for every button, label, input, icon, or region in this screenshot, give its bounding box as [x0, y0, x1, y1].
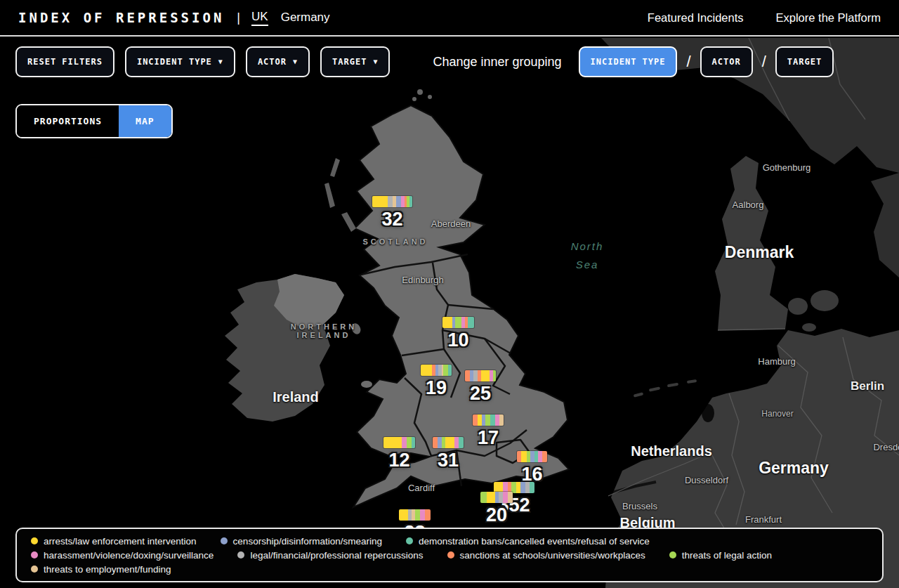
legend-row: threats to employment/funding — [31, 564, 868, 575]
segment-sanctions — [425, 509, 431, 521]
segment-harassment — [503, 492, 508, 503]
legend-label-legal: legal/financial/professional repercussio… — [250, 550, 423, 561]
segment-harassment — [420, 509, 425, 521]
country-tab-uk[interactable]: UK — [251, 10, 268, 26]
segment-legal_action — [480, 492, 487, 503]
legend-label-demonstration: demonstration bans/cancelled events/refu… — [419, 536, 650, 547]
grouping-option-actor[interactable]: ACTOR — [700, 46, 753, 77]
incident-type-legend: arrests/law enforcement interventioncens… — [15, 528, 884, 582]
legend-dot-demonstration — [406, 537, 413, 544]
caret-down-icon: ▼ — [218, 58, 223, 65]
grouping-options: INCIDENT TYPE/ACTOR/TARGET — [579, 46, 834, 77]
segment-demonstration — [530, 482, 534, 493]
segment-demonstration — [468, 317, 474, 328]
grouping-option-target[interactable]: TARGET — [775, 46, 834, 77]
segment-demonstration — [459, 437, 464, 448]
marker-count-south-east: 20 — [480, 506, 513, 525]
inner-grouping-label: Change inner grouping — [433, 55, 561, 70]
marker-count-scotland: 32 — [372, 210, 412, 229]
legend-item-harassment: harassment/violence/doxing/surveillance — [31, 550, 214, 561]
caret-down-icon: ▼ — [293, 58, 298, 65]
segment-legal_action — [493, 370, 496, 381]
segment-sanctions — [473, 414, 478, 426]
segment-arrests — [372, 196, 388, 207]
segment-arrests — [421, 365, 432, 376]
filter-dropdown-actor[interactable]: ACTOR▼ — [246, 46, 310, 77]
map-marker-south-east[interactable]: 20 — [480, 492, 513, 525]
segment-sanctions — [542, 451, 547, 462]
map-marker-yorkshire[interactable]: 25 — [465, 370, 496, 403]
legend-dot-arrests — [31, 537, 38, 544]
map-marker-west-midlands[interactable]: 31 — [433, 437, 464, 470]
filter-dropdown-label: INCIDENT TYPE — [137, 57, 212, 67]
map-marker-east-midlands[interactable]: 17 — [473, 414, 504, 447]
segment-arrests — [521, 451, 527, 462]
segment-arrests — [481, 370, 490, 381]
marker-bar-wales — [383, 437, 415, 448]
marker-count-north-west: 19 — [421, 379, 452, 398]
legend-item-demonstration: demonstration bans/cancelled events/refu… — [406, 536, 650, 547]
map-marker-north-east[interactable]: 10 — [442, 317, 474, 350]
filter-bar: RESET FILTERS INCIDENT TYPE▼ACTOR▼TARGET… — [15, 46, 892, 77]
marker-count-wales: 12 — [383, 451, 415, 470]
legend-dot-harassment — [31, 551, 38, 558]
country-tab-germany[interactable]: Germany — [281, 11, 330, 25]
map-marker-scotland[interactable]: 32 — [372, 196, 412, 229]
reset-filters-button[interactable]: RESET FILTERS — [15, 46, 114, 77]
map-marker-east-of-england[interactable]: 16 — [517, 451, 547, 484]
segment-arrests — [383, 437, 402, 448]
legend-item-legal_action: threats of legal action — [669, 550, 772, 561]
country-switcher: UKGermany — [251, 10, 343, 26]
nav-link-explore-the-platform[interactable]: Explore the Platform — [776, 11, 881, 25]
marker-bar-north-west — [421, 365, 452, 376]
marker-count-east-midlands: 17 — [473, 429, 504, 447]
grouping-separator: / — [686, 53, 690, 71]
legend-label-arrests: arrests/law enforcement intervention — [44, 536, 197, 547]
segment-harassment — [402, 437, 407, 448]
segment-legal_action — [443, 365, 448, 376]
marker-count-west-midlands: 31 — [433, 451, 464, 470]
app-title: INDEX OF REPRESSION — [18, 10, 224, 25]
segment-legal_action — [455, 317, 461, 328]
segment-demonstration — [412, 437, 415, 448]
legend-label-employment: threats to employment/funding — [44, 564, 171, 575]
segment-arrests — [399, 509, 408, 521]
marker-bar-east-of-england — [517, 451, 547, 462]
legend-item-legal: legal/financial/professional repercussio… — [237, 550, 423, 561]
map-marker-north-west[interactable]: 19 — [421, 365, 452, 398]
segment-harassment — [454, 437, 459, 448]
grouping-option-incident-type[interactable]: INCIDENT TYPE — [579, 46, 678, 77]
legend-item-censorship: censorship/disinformation/smearing — [221, 536, 382, 547]
filter-dropdowns: INCIDENT TYPE▼ACTOR▼TARGET▼ — [125, 46, 401, 77]
legend-dot-censorship — [221, 537, 228, 544]
segment-sanctions — [433, 437, 438, 448]
marker-bar-south-east — [480, 492, 513, 503]
legend-dot-employment — [31, 566, 38, 573]
title-separator: | — [237, 11, 240, 25]
segment-censorship — [396, 196, 401, 207]
view-mode-toggle: PROPORTIONSMAP — [15, 104, 173, 138]
marker-bar-east-midlands — [473, 414, 504, 426]
map-marker-wales[interactable]: 12 — [383, 437, 415, 470]
top-nav: Featured IncidentsExplore the Platform — [648, 11, 881, 25]
filter-dropdown-target[interactable]: TARGET▼ — [320, 46, 390, 77]
legend-dot-legal_action — [669, 551, 676, 558]
filter-dropdown-incident-type[interactable]: INCIDENT TYPE▼ — [125, 46, 235, 77]
view-toggle-proportions[interactable]: PROPORTIONS — [17, 105, 119, 137]
legend-label-legal_action: threats of legal action — [682, 550, 772, 561]
segment-legal — [388, 196, 393, 207]
segment-sanctions — [465, 370, 470, 381]
marker-bar-yorkshire — [465, 370, 496, 381]
segment-employment — [508, 492, 513, 503]
marker-bar-south-west — [399, 509, 431, 521]
marker-bar-scotland — [372, 196, 412, 207]
segment-arrests — [442, 317, 452, 328]
caret-down-icon: ▼ — [373, 58, 378, 65]
nav-link-featured-incidents[interactable]: Featured Incidents — [648, 11, 744, 25]
view-toggle-map[interactable]: MAP — [119, 105, 171, 137]
segment-legal_action — [485, 414, 490, 426]
top-bar: INDEX OF REPRESSION | UKGermany Featured… — [0, 0, 899, 37]
filter-dropdown-label: TARGET — [332, 57, 367, 67]
legend-row: arrests/law enforcement interventioncens… — [31, 536, 868, 547]
segment-arrests — [445, 437, 454, 448]
